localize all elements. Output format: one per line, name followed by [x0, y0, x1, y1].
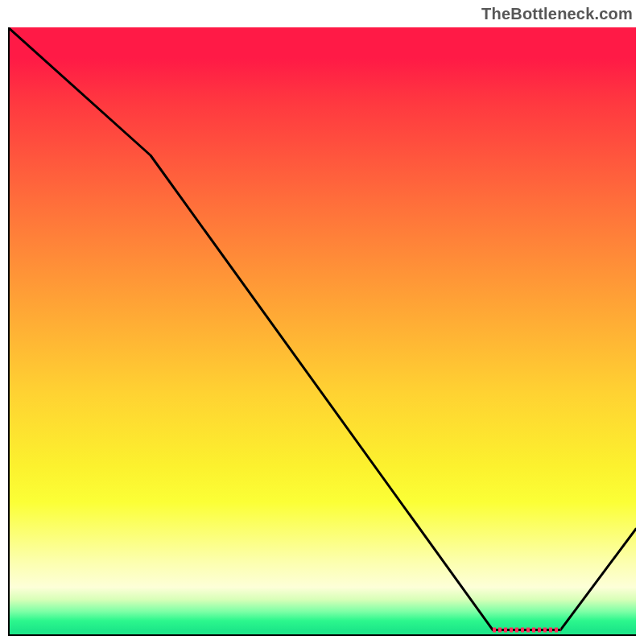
background-gradient [8, 27, 636, 636]
branding-watermark: TheBottleneck.com [481, 5, 633, 23]
plot-area [8, 27, 636, 636]
chart-container: TheBottleneck.com [0, 0, 644, 644]
